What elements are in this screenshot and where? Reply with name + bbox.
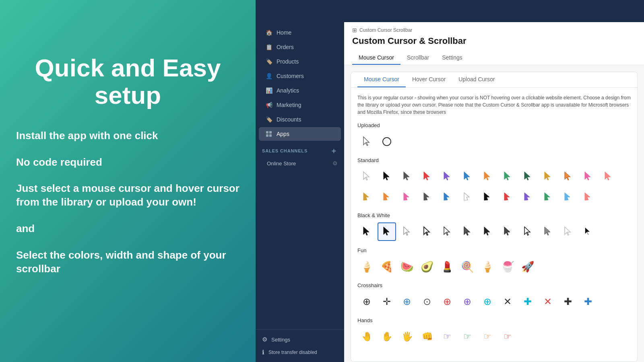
std-cursor-12[interactable] — [579, 167, 597, 186]
add-sales-channel-icon[interactable]: ＋ — [330, 146, 338, 156]
bw-9[interactable] — [518, 222, 537, 241]
fun-4[interactable]: 🥑 — [418, 257, 436, 276]
crosshair-2[interactable]: ✛ — [378, 292, 396, 311]
crosshair-10[interactable]: ✕ — [539, 292, 557, 311]
std-cursor-17[interactable] — [418, 187, 436, 206]
info-icon: ℹ — [262, 349, 264, 356]
section-uploaded: Uploaded — [357, 122, 631, 128]
fun-3[interactable]: 🍉 — [398, 257, 416, 276]
online-store-settings-icon[interactable]: ⚙ — [332, 160, 338, 167]
feature-no-code: No code required — [16, 156, 239, 169]
std-cursor-23[interactable] — [539, 187, 557, 206]
std-cursor-3[interactable] — [398, 167, 416, 186]
tab-mouse-cursor[interactable]: Mouse Cursor — [352, 51, 400, 65]
tab-settings[interactable]: Settings — [436, 51, 469, 65]
bw-8[interactable] — [498, 222, 517, 241]
sidebar-item-analytics[interactable]: 📊 Analytics — [259, 84, 341, 97]
hand-1[interactable]: 🤚 — [357, 327, 376, 346]
fun-6[interactable]: 🍭 — [458, 257, 477, 276]
bw-3[interactable] — [398, 222, 416, 241]
std-cursor-21[interactable] — [498, 187, 517, 206]
crosshair-11[interactable]: ✚ — [559, 292, 577, 311]
hand-3[interactable]: 🖐 — [398, 327, 416, 346]
bw-5[interactable] — [438, 222, 456, 241]
std-cursor-7[interactable] — [478, 167, 497, 186]
bw-7[interactable] — [478, 222, 497, 241]
std-cursor-4[interactable] — [418, 167, 436, 186]
crosshair-6[interactable]: ⊕ — [458, 292, 477, 311]
bw-10[interactable] — [539, 222, 557, 241]
bw-1[interactable] — [357, 222, 376, 241]
fun-1[interactable]: 🍦 — [357, 257, 376, 276]
std-cursor-1[interactable] — [357, 167, 376, 186]
sidebar-item-products[interactable]: 🏷️ Products — [259, 55, 341, 68]
bw-6[interactable] — [458, 222, 477, 241]
std-cursor-15[interactable] — [378, 187, 396, 206]
bw-11[interactable] — [559, 222, 577, 241]
cursor-tab-hover[interactable]: Hover Cursor — [406, 72, 452, 87]
bw-2[interactable] — [378, 222, 396, 241]
crosshairs-grid: ⊕ ✛ ⊕ ⊙ ⊕ ⊕ ⊕ ✕ ✚ ✕ ✚ ✚ — [357, 292, 631, 311]
sidebar-item-apps[interactable]: Apps — [259, 127, 341, 141]
sidebar-item-orders[interactable]: 📋 Orders — [259, 40, 341, 54]
sidebar-item-home[interactable]: 🏠 Home — [259, 26, 341, 39]
hand-6[interactable]: ☞ — [458, 327, 477, 346]
std-cursor-9[interactable] — [518, 167, 537, 186]
shopify-layout: 🏠 Home 📋 Orders 🏷️ Products 👤 Customers … — [256, 22, 644, 362]
fun-7[interactable]: 🍦 — [478, 257, 497, 276]
sidebar-settings[interactable]: ⚙ Settings — [256, 333, 344, 346]
hand-4[interactable]: 👊 — [418, 327, 436, 346]
apps-icon — [265, 130, 272, 138]
fun-9[interactable]: 🚀 — [518, 257, 537, 276]
sales-channels-label: SALES CHANNELS ＋ — [256, 141, 344, 157]
sidebar-item-online-store[interactable]: Online Store ⚙ — [256, 157, 344, 169]
hand-7[interactable]: ☞ — [478, 327, 497, 346]
std-cursor-2[interactable] — [378, 167, 396, 186]
section-standard: Standard — [357, 157, 631, 163]
std-cursor-11[interactable] — [559, 167, 577, 186]
std-cursor-18[interactable] — [438, 187, 456, 206]
bw-12[interactable] — [579, 222, 597, 241]
std-cursor-6[interactable] — [458, 167, 477, 186]
fun-2[interactable]: 🍕 — [378, 257, 396, 276]
std-cursor-20[interactable] — [478, 187, 497, 206]
sidebar-item-marketing[interactable]: 📢 Marketing — [259, 98, 341, 112]
sidebar-store-transfer[interactable]: ℹ Store transfer disabled — [256, 346, 344, 359]
uploaded-grid — [357, 132, 631, 151]
hand-5[interactable]: ☞ — [438, 327, 456, 346]
std-cursor-24[interactable] — [559, 187, 577, 206]
crosshair-5[interactable]: ⊕ — [438, 292, 456, 311]
cursor-arrow-default[interactable] — [357, 132, 376, 151]
fun-8[interactable]: 🍧 — [498, 257, 517, 276]
home-icon: 🏠 — [265, 29, 272, 36]
crosshair-4[interactable]: ⊙ — [418, 292, 436, 311]
crosshair-7[interactable]: ⊕ — [478, 292, 497, 311]
hand-8[interactable]: ☞ — [498, 327, 517, 346]
bw-4[interactable] — [418, 222, 436, 241]
std-cursor-14[interactable] — [357, 187, 376, 206]
hand-2[interactable]: ✋ — [378, 327, 396, 346]
products-icon: 🏷️ — [265, 58, 272, 65]
cursor-tab-upload[interactable]: Upload Cursor — [452, 72, 501, 87]
cursor-circle-outline[interactable] — [378, 132, 396, 151]
sidebar-item-customers[interactable]: 👤 Customers — [259, 69, 341, 83]
std-cursor-19[interactable] — [458, 187, 477, 206]
std-cursor-10[interactable] — [539, 167, 557, 186]
fun-5[interactable]: 💄 — [438, 257, 456, 276]
cursor-tab-mouse[interactable]: Mouse Cursor — [357, 72, 406, 87]
std-cursor-22[interactable] — [518, 187, 537, 206]
sidebar-item-discounts[interactable]: 🏷️ Discounts — [259, 113, 341, 126]
tab-scrollbar[interactable]: Scrollbar — [400, 51, 436, 65]
standard-grid — [357, 167, 631, 206]
std-cursor-5[interactable] — [438, 167, 456, 186]
feature-install: Install the app with one click — [16, 129, 239, 143]
std-cursor-25[interactable] — [579, 187, 597, 206]
std-cursor-16[interactable] — [398, 187, 416, 206]
std-cursor-8[interactable] — [498, 167, 517, 186]
crosshair-9[interactable]: ✚ — [518, 292, 537, 311]
crosshair-8[interactable]: ✕ — [498, 292, 517, 311]
crosshair-12[interactable]: ✚ — [579, 292, 597, 311]
crosshair-1[interactable]: ⊕ — [357, 292, 376, 311]
crosshair-3[interactable]: ⊕ — [398, 292, 416, 311]
std-cursor-13[interactable] — [599, 167, 617, 186]
